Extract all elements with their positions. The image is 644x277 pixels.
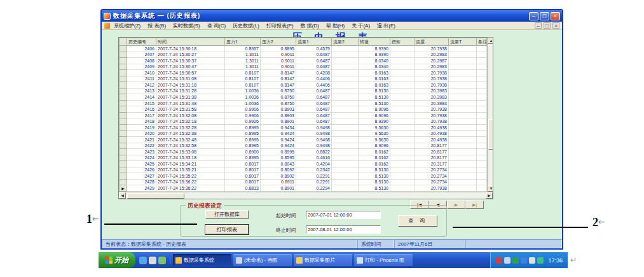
grid-cell[interactable]: 0.8822 bbox=[296, 149, 332, 155]
grid-cell[interactable]: 0.6487 bbox=[296, 94, 332, 101]
grid-cell[interactable]: 0.9498 bbox=[296, 124, 332, 131]
grid-cell[interactable] bbox=[477, 94, 487, 101]
grid-cell[interactable]: 0.9906 bbox=[225, 106, 261, 113]
grid-cell[interactable]: 2007-7-24 15:36:22 bbox=[156, 185, 225, 192]
grid-cell[interactable]: 2007-7-24 15:31:08 bbox=[156, 76, 225, 82]
grid-cell[interactable]: 0.4575 bbox=[296, 46, 332, 52]
mdi-minimize-button[interactable]: – bbox=[535, 22, 542, 29]
grid-cell[interactable]: 0.9498 bbox=[296, 136, 332, 143]
grid-cell[interactable]: 2410 bbox=[127, 70, 156, 76]
grid-cell[interactable] bbox=[477, 161, 487, 167]
grid-cell[interactable]: 0.8017 bbox=[225, 167, 261, 173]
grid-row[interactable]: ▶24292007-7-24 15:36:220.88130.89010.229… bbox=[120, 185, 487, 192]
grid-cell[interactable]: 2007-7-24 15:31:38 bbox=[156, 94, 225, 101]
grid-cell[interactable]: 0.2342 bbox=[296, 167, 332, 173]
grid-cell[interactable] bbox=[332, 173, 359, 180]
grid-cell[interactable]: 2007-7-24 15:32:48 bbox=[156, 136, 225, 143]
grid-cell[interactable] bbox=[449, 94, 477, 101]
grid-row[interactable]: 24202007-7-24 15:32:380.89950.94240.9498… bbox=[120, 131, 487, 137]
mdi-close-button[interactable]: × bbox=[552, 22, 559, 29]
end-time-field[interactable] bbox=[306, 225, 381, 234]
record-selector[interactable] bbox=[120, 76, 127, 82]
grid-cell[interactable] bbox=[390, 88, 414, 94]
close-button[interactable]: × bbox=[551, 12, 560, 20]
grid-cell[interactable] bbox=[477, 136, 487, 143]
horizontal-scrollbar[interactable]: ◀ ▶ bbox=[119, 192, 493, 199]
grid-cell[interactable] bbox=[332, 58, 359, 64]
record-selector[interactable] bbox=[120, 143, 127, 149]
grid-cell[interactable] bbox=[390, 167, 414, 173]
grid-cell[interactable] bbox=[449, 136, 477, 143]
grid-cell[interactable]: 2423 bbox=[127, 149, 156, 155]
grid-cell[interactable] bbox=[477, 106, 487, 113]
grid-cell[interactable] bbox=[332, 179, 359, 185]
grid-cell[interactable]: 8.5130 bbox=[359, 179, 390, 185]
grid-cell[interactable]: 2417 bbox=[127, 112, 156, 118]
grid-row[interactable]: 24122007-7-24 15:31:180.81070.81470.4406… bbox=[120, 82, 487, 89]
grid-cell[interactable] bbox=[390, 149, 414, 155]
messenger-tray-icon[interactable] bbox=[537, 257, 544, 264]
grid-cell[interactable] bbox=[449, 179, 477, 185]
grid-cell[interactable]: 2007-7-24 15:35:22 bbox=[156, 173, 225, 180]
grid-row[interactable]: 24182007-7-24 15:32:180.99260.89010.6487… bbox=[120, 118, 487, 125]
grid-cell[interactable] bbox=[332, 70, 359, 76]
grid-cell[interactable] bbox=[390, 131, 414, 137]
grid-row[interactable]: 24072007-7-24 15:30:271.30110.90110.6487… bbox=[120, 52, 487, 58]
taskbar-task-inactive[interactable]: 打印 - Phoenix 图 bbox=[354, 254, 413, 266]
grid-cell[interactable]: 0.2291 bbox=[296, 179, 332, 185]
record-selector[interactable] bbox=[120, 179, 127, 185]
grid-cell[interactable]: 2007-7-24 15:34:21 bbox=[156, 161, 225, 167]
grid-cell[interactable]: 0.9011 bbox=[261, 64, 296, 70]
grid-cell[interactable]: 20.3983 bbox=[414, 94, 449, 101]
grid-cell[interactable] bbox=[449, 143, 477, 149]
grid-cell[interactable]: 20.2983 bbox=[414, 64, 449, 70]
grid-cell[interactable] bbox=[390, 70, 414, 76]
grid-cell[interactable]: 0.8017 bbox=[225, 173, 261, 180]
volume-tray-icon[interactable] bbox=[504, 257, 510, 264]
grid-cell[interactable] bbox=[332, 124, 359, 131]
grid-cell[interactable] bbox=[390, 161, 414, 167]
grid-cell[interactable]: 0.9011 bbox=[261, 58, 296, 64]
grid-cell[interactable] bbox=[449, 112, 477, 118]
grid-cell[interactable]: 1.3011 bbox=[225, 58, 261, 64]
grid-cell[interactable]: 2007-7-24 15:30:18 bbox=[156, 46, 225, 52]
grid-cell[interactable]: 2412 bbox=[127, 82, 156, 89]
grid-cell[interactable] bbox=[390, 185, 414, 192]
grid-row[interactable]: 24252007-7-24 15:34:210.80170.80430.4204… bbox=[120, 161, 487, 167]
grid-cell[interactable]: 0.8043 bbox=[261, 161, 296, 167]
grid-row[interactable]: 24262007-7-24 15:35:210.80170.80920.2342… bbox=[120, 167, 487, 173]
taskbar-task-active[interactable]: 数据采集系统 bbox=[173, 254, 231, 266]
grid-cell[interactable] bbox=[449, 106, 477, 113]
grid-cell[interactable]: 2007-7-24 15:30:57 bbox=[156, 70, 225, 76]
grid-cell[interactable] bbox=[332, 106, 359, 113]
grid-cell[interactable]: 20.2987 bbox=[414, 58, 449, 64]
grid-cell[interactable]: 0.8995 bbox=[225, 131, 261, 137]
grid-cell[interactable]: 2421 bbox=[127, 136, 156, 143]
grid-row[interactable]: 24272007-7-24 15:35:220.80170.89020.2291… bbox=[120, 173, 487, 180]
grid-cell[interactable] bbox=[449, 58, 477, 64]
grid-cell[interactable]: 0.4616 bbox=[296, 155, 332, 161]
grid-cell[interactable] bbox=[332, 167, 359, 173]
grid-cell[interactable]: 0.8092 bbox=[261, 167, 296, 173]
record-selector[interactable] bbox=[120, 106, 127, 113]
grid-cell[interactable]: 20.7938 bbox=[414, 112, 449, 118]
grid-cell[interactable]: 2419 bbox=[127, 124, 156, 131]
grid-cell[interactable]: 8.9096 bbox=[359, 143, 390, 149]
grid-cell[interactable] bbox=[332, 149, 359, 155]
grid-cell[interactable] bbox=[477, 76, 487, 82]
vertical-scrollbar[interactable]: ▲ ▼ bbox=[487, 38, 493, 192]
grid-cell[interactable] bbox=[332, 185, 359, 192]
record-selector[interactable] bbox=[120, 46, 127, 52]
grid-cell[interactable] bbox=[449, 46, 477, 52]
grid-cell[interactable]: 2428 bbox=[127, 179, 156, 185]
grid-cell[interactable]: 20.7938 bbox=[414, 76, 449, 82]
grid-cell[interactable]: 2007-7-24 15:30:47 bbox=[156, 64, 225, 70]
record-selector[interactable] bbox=[120, 118, 127, 125]
grid-cell[interactable] bbox=[390, 94, 414, 101]
grid-cell[interactable] bbox=[390, 76, 414, 82]
minimize-button[interactable]: – bbox=[529, 12, 538, 20]
taskbar-task-inactive[interactable]: (未命名) - 画图 bbox=[233, 254, 292, 266]
grid-cell[interactable] bbox=[332, 100, 359, 106]
grid-cell[interactable]: 0.8895 bbox=[261, 46, 296, 52]
grid-cell[interactable]: 2424 bbox=[127, 155, 156, 161]
